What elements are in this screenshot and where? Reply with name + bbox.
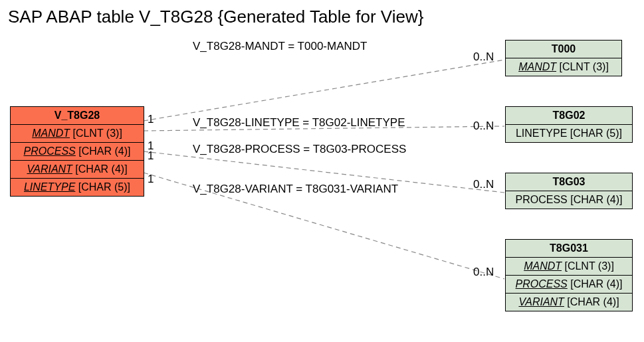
entity-main-field: LINETYPE [CHAR (5)] (11, 179, 144, 196)
field-name: MANDT (518, 61, 556, 72)
diagram-title: SAP ABAP table V_T8G28 {Generated Table … (8, 7, 423, 27)
entity-main-field: PROCESS [CHAR (4)] (11, 143, 144, 161)
entity-t8g031: T8G031 MANDT [CLNT (3)] PROCESS [CHAR (4… (505, 239, 633, 311)
field-type: [CLNT (3)] (559, 61, 608, 72)
field-type: [CHAR (4)] (75, 163, 127, 175)
field-type: [CHAR (4)] (570, 278, 622, 290)
field-type: [CHAR (5)] (570, 128, 622, 139)
entity-t8g03-field: PROCESS [CHAR (4)] (506, 191, 632, 209)
field-name: VARIANT (518, 296, 564, 307)
entity-t8g02-header: T8G02 (506, 107, 632, 125)
field-type: [CHAR (4)] (78, 145, 130, 157)
entity-main: V_T8G28 MANDT [CLNT (3)] PROCESS [CHAR (… (10, 106, 144, 197)
entity-main-field: VARIANT [CHAR (4)] (11, 161, 144, 179)
cardinality-left: 1 (148, 149, 154, 163)
field-name: VARIANT (27, 163, 72, 175)
entity-main-field: MANDT [CLNT (3)] (11, 125, 144, 143)
field-type: [CHAR (4)] (567, 296, 619, 307)
relation-label: V_T8G28-VARIANT = T8G031-VARIANT (193, 183, 398, 196)
cardinality-left: 1 (148, 173, 154, 186)
entity-t000: T000 MANDT [CLNT (3)] (505, 40, 622, 76)
edge-t000 (144, 60, 504, 121)
field-type: [CHAR (5)] (78, 181, 130, 193)
entity-t8g031-field: MANDT [CLNT (3)] (506, 258, 632, 276)
entity-main-header: V_T8G28 (11, 107, 144, 125)
cardinality-right: 0..N (473, 50, 494, 64)
field-name: PROCESS (24, 145, 76, 157)
entity-t8g03: T8G03 PROCESS [CHAR (4)] (505, 173, 633, 209)
field-name: MANDT (32, 128, 70, 139)
entity-t8g031-field: VARIANT [CHAR (4)] (506, 294, 632, 311)
entity-t000-field: MANDT [CLNT (3)] (506, 58, 621, 76)
cardinality-right: 0..N (473, 266, 494, 279)
entity-t8g03-header: T8G03 (506, 173, 632, 191)
entity-t8g02: T8G02 LINETYPE [CHAR (5)] (505, 106, 633, 143)
cardinality-left: 1 (148, 113, 154, 126)
field-name: LINETYPE (516, 128, 567, 139)
field-name: LINETYPE (24, 181, 75, 193)
entity-t8g031-field: PROCESS [CHAR (4)] (506, 276, 632, 294)
field-type: [CLNT (3)] (564, 260, 613, 272)
entity-t000-header: T000 (506, 41, 621, 58)
relation-label: V_T8G28-PROCESS = T8G03-PROCESS (193, 143, 406, 156)
cardinality-right: 0..N (473, 120, 494, 133)
entity-t8g02-field: LINETYPE [CHAR (5)] (506, 125, 632, 142)
field-name: PROCESS (516, 194, 568, 205)
cardinality-right: 0..N (473, 178, 494, 191)
entity-t8g031-header: T8G031 (506, 240, 632, 258)
relation-label: V_T8G28-MANDT = T000-MANDT (193, 40, 367, 53)
field-type: [CHAR (4)] (570, 194, 622, 205)
relation-label: V_T8G28-LINETYPE = T8G02-LINETYPE (193, 116, 405, 129)
field-type: [CLNT (3)] (72, 128, 122, 139)
field-name: PROCESS (516, 278, 568, 290)
field-name: MANDT (524, 260, 562, 272)
